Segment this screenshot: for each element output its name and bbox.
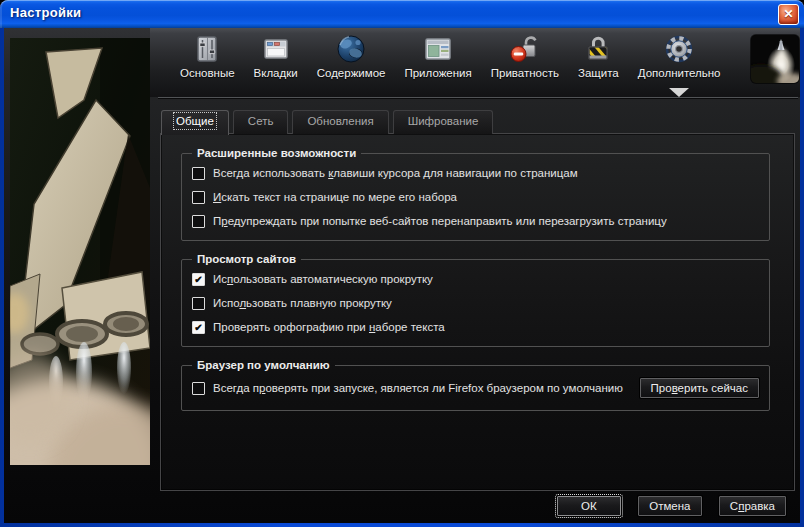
help-button[interactable]: Справка — [719, 496, 786, 516]
groupbox-title: Расширенные возможности — [192, 147, 361, 159]
checkbox-default-browser-check[interactable] — [192, 382, 205, 395]
groupbox-default-browser: Браузер по умолчанию Всегда проверять пр… — [181, 359, 770, 411]
checkbox-row: ✔ Проверять орфографию при наборе текста — [192, 315, 759, 339]
check-now-button[interactable]: Проверить сейчас — [640, 378, 759, 398]
toolbar-item-tabs[interactable]: Вкладки — [254, 33, 298, 97]
tabs-window-icon — [260, 33, 292, 65]
window-title: Настройки — [10, 5, 81, 20]
check-icon: ✔ — [194, 322, 202, 333]
checkbox-row: Всегда использовать клавиши курсора для … — [192, 161, 759, 185]
shuttle-art-graphic — [10, 38, 150, 465]
gear-icon — [663, 33, 695, 65]
toolbar-separator — [158, 97, 798, 98]
checkbox-label: Проверять орфографию при наборе текста — [213, 321, 445, 333]
category-toolbar: Основные Вкладки — [150, 28, 800, 97]
toolbar-items: Основные Вкладки — [180, 33, 742, 97]
ok-button[interactable]: ОК — [557, 496, 621, 516]
close-icon: ✕ — [779, 5, 798, 24]
checkbox-spellcheck[interactable]: ✔ — [192, 321, 205, 334]
groupbox-title: Браузер по умолчанию — [192, 359, 335, 371]
checkbox-row: Искать текст на странице по мере его наб… — [192, 185, 759, 209]
checkbox-row: ✔ Использовать автоматическую прокрутку — [192, 267, 759, 291]
tab-panel-general: Расширенные возможности Всегда использов… — [160, 133, 795, 491]
checkbox-label: Всегда использовать клавиши курсора для … — [213, 167, 578, 179]
toolbar-item-label: Защита — [578, 67, 619, 79]
tab-network[interactable]: Сеть — [233, 110, 289, 134]
privacy-lock-icon — [509, 33, 541, 65]
theme-thumbnail-image — [751, 35, 799, 83]
toolbar-item-label: Приватность — [491, 67, 559, 79]
checkbox-row: Предупреждать при попытке веб-сайтов пер… — [192, 209, 759, 233]
checkbox-label: Использовать автоматическую прокрутку — [213, 273, 433, 285]
toolbar-item-general[interactable]: Основные — [180, 33, 235, 97]
toolbar-item-label: Содержимое — [317, 67, 386, 79]
checkbox-label: Использовать плавную прокрутку — [213, 297, 392, 309]
window-frame: Основные Вкладки — [0, 28, 804, 527]
checkbox-cursor-keys[interactable] — [192, 167, 205, 180]
checkbox-row: Использовать плавную прокрутку — [192, 291, 759, 315]
groupbox-title: Просмотр сайтов — [192, 253, 301, 265]
toolbar-item-content[interactable]: Содержимое — [317, 33, 386, 97]
tab-general[interactable]: Общие — [161, 110, 229, 135]
checkbox-warn-redirect[interactable] — [192, 215, 205, 228]
close-button[interactable]: ✕ — [778, 4, 799, 25]
check-icon: ✔ — [194, 274, 202, 285]
selected-category-arrow-icon — [669, 88, 689, 97]
tab-updates[interactable]: Обновления — [292, 110, 388, 134]
globe-icon — [335, 33, 367, 65]
toolbar-item-security[interactable]: Защита — [578, 33, 619, 97]
toolbar-item-label: Дополнительно — [638, 67, 721, 79]
checkbox-smooth-scroll[interactable] — [192, 297, 205, 310]
checkbox-find-as-you-type[interactable] — [192, 191, 205, 204]
tab-strip: Общие Сеть Обновления Шифрование — [161, 110, 493, 135]
toolbar-item-privacy[interactable]: Приватность — [491, 33, 559, 97]
titlebar: Настройки ✕ — [0, 0, 804, 28]
shuttle-launch-thumb-graphic — [751, 35, 799, 83]
toolbar-item-label: Вкладки — [254, 67, 298, 79]
sliders-icon — [191, 33, 223, 65]
toolbar-item-label: Приложения — [404, 67, 471, 79]
dialog-footer: ОК Отмена Справка — [557, 496, 786, 516]
checkbox-label: Искать текст на странице по мере его наб… — [213, 191, 457, 203]
toolbar-item-applications[interactable]: Приложения — [404, 33, 471, 97]
checkbox-label: Предупреждать при попытке веб-сайтов пер… — [213, 215, 667, 227]
groupbox-browsing: Просмотр сайтов ✔ Использовать автоматич… — [181, 253, 770, 347]
theme-artwork-image — [10, 38, 150, 465]
security-lock-icon — [582, 33, 614, 65]
checkbox-label: Всегда проверять при запуске, является л… — [213, 382, 623, 394]
cancel-button[interactable]: Отмена — [638, 496, 702, 516]
checkbox-autoscroll[interactable]: ✔ — [192, 273, 205, 286]
dialog-content: Основные Вкладки — [4, 28, 800, 523]
applications-icon — [422, 33, 454, 65]
tab-encryption[interactable]: Шифрование — [393, 110, 494, 134]
groupbox-advanced-features: Расширенные возможности Всегда использов… — [181, 147, 770, 241]
checkbox-row: Всегда проверять при запуске, является л… — [192, 373, 759, 403]
toolbar-item-advanced[interactable]: Дополнительно — [638, 33, 721, 97]
toolbar-item-label: Основные — [180, 67, 235, 79]
